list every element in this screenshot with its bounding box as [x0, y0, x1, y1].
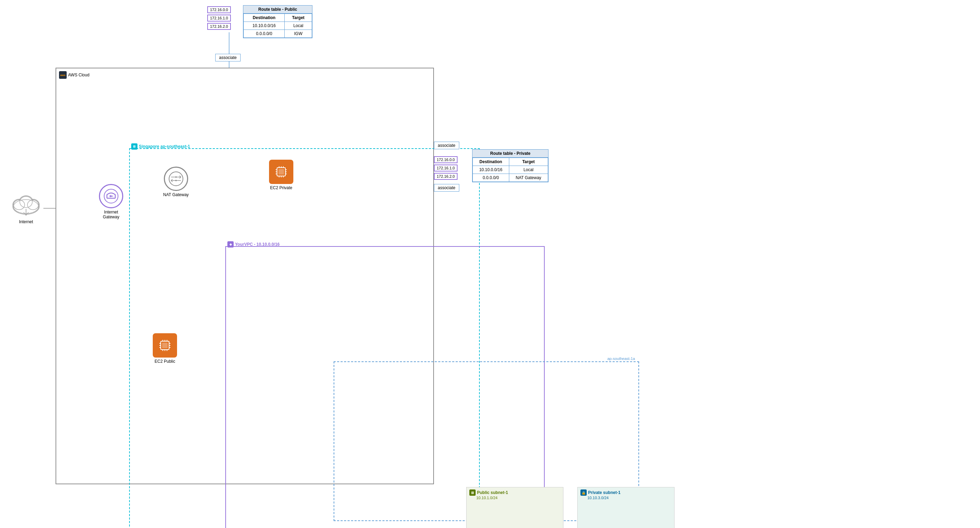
private-subnet-1-label: 🔒 Private subnet-1	[578, 487, 674, 496]
nat-label: NAT Gateway	[163, 192, 189, 197]
vpc-label: ◈ YourVPC - 10.10.0.0/16	[228, 241, 280, 248]
internet-icon: Internet	[10, 194, 42, 224]
associate-button-top-right[interactable]: associate	[434, 142, 459, 149]
svg-point-35	[169, 172, 183, 186]
rt-public-col-target: Target	[285, 14, 312, 22]
vpc-box: ◈ YourVPC - 10.10.0.0/16 ap-southeast-1a…	[225, 246, 545, 528]
aws-cloud-label: aws AWS Cloud	[59, 71, 89, 79]
ec2-public-icon: EC2 Public	[153, 333, 177, 364]
public-subnet-1-label: ⊞ Public subnet-1	[466, 487, 563, 496]
cidr-badge-top-1: 172.16.0.0	[207, 6, 231, 13]
table-row: 10.10.0.0/16 Local	[473, 166, 548, 174]
associate-button-top[interactable]: associate	[215, 54, 240, 62]
rt-private-col-target: Target	[509, 158, 548, 166]
aws-cloud-box: aws AWS Cloud ⊞ Singapore ap-southeast-1…	[56, 68, 434, 484]
region-icon: ⊞	[131, 143, 137, 149]
az-top-box: ap-southeast-1a ⊞ Public subnet-1 10.10.…	[334, 361, 639, 521]
cidr-badge-right-1: 172.16.0.0	[434, 156, 458, 163]
ec2-private-svg	[273, 164, 290, 180]
igw-label: Internet Gateway	[99, 210, 123, 219]
table-row: 10.10.0.0/16 Local	[244, 22, 312, 30]
ec2-private-box	[269, 160, 293, 184]
svg-point-39	[175, 180, 177, 181]
rt-private-dest-2: 0.0.0.0/0	[473, 174, 509, 182]
cloud-svg	[10, 194, 42, 217]
az-top-label: ap-southeast-1a	[608, 356, 635, 361]
rt-public-target-1: Local	[285, 22, 312, 30]
nat-svg	[169, 171, 184, 186]
ec2-private-icon: EC2 Private	[269, 160, 293, 190]
private-subnet-1-icon: 🔒	[581, 490, 587, 496]
nat-circle	[164, 167, 188, 191]
rt-public-dest-1: 10.10.0.0/16	[244, 22, 285, 30]
svg-rect-42	[278, 169, 284, 175]
private-subnet-1-cidr: 10.10.3.0/24	[578, 496, 674, 500]
ec2-private-label: EC2 Private	[269, 185, 293, 190]
ec2-public-label: EC2 Public	[153, 359, 177, 364]
singapore-region-label: ⊞ Singapore ap-southeast-1	[131, 143, 190, 149]
internet-label: Internet	[10, 219, 42, 224]
rt-private-col-dest: Destination	[473, 158, 509, 166]
nat-icon: NAT Gateway	[163, 167, 189, 197]
cidr-badge-right-3: 172.16.2.0	[434, 173, 458, 180]
rt-public-target-2: IGW	[285, 30, 312, 38]
rt-private-target-1: Local	[509, 166, 548, 174]
cidr-badge-top-3: 172.16.2.0	[207, 23, 231, 30]
diagram-container: Route table - Public Destination Target …	[0, 0, 980, 528]
associate-button-bottom-right[interactable]: associate	[434, 184, 459, 192]
public-subnet-1-cidr: 10.10.1.0/24	[466, 496, 563, 500]
igw-circle	[99, 184, 123, 208]
singapore-region-box: ⊞ Singapore ap-southeast-1 ◈ YourVPC - 1…	[129, 148, 480, 528]
ec2-public-box	[153, 333, 177, 358]
table-row: 0.0.0.0/0 IGW	[244, 30, 312, 38]
singapore-text: Singapore ap-southeast-1	[139, 144, 190, 149]
vpc-text: YourVPC - 10.10.0.0/16	[235, 242, 280, 247]
public-subnet-1: ⊞ Public subnet-1 10.10.1.0/24	[466, 487, 563, 528]
ec2-public-svg	[157, 337, 173, 354]
aws-cloud-text: AWS Cloud	[68, 73, 89, 78]
rt-public-col-dest: Destination	[244, 14, 285, 22]
public-subnet-1-icon: ⊞	[469, 490, 476, 496]
private-subnet-1-name: Private subnet-1	[588, 490, 620, 495]
table-row: 0.0.0.0/0 NAT Gateway	[473, 174, 548, 182]
vpc-icon: ◈	[228, 241, 234, 248]
cidr-badge-right-2: 172.16.1.0	[434, 165, 458, 172]
route-table-private: Route table - Private Destination Target…	[472, 149, 549, 182]
cidr-badge-top-2: 172.16.1.0	[207, 14, 231, 22]
svg-rect-57	[162, 343, 168, 348]
public-subnet-1-name: Public subnet-1	[477, 490, 508, 495]
route-table-public: Route table - Public Destination Target …	[243, 5, 312, 38]
svg-point-38	[175, 177, 177, 178]
private-subnet-1: 🔒 Private subnet-1 10.10.3.0/24	[577, 487, 675, 528]
rt-private-dest-1: 10.10.0.0/16	[473, 166, 509, 174]
route-table-public-title: Route table - Public	[243, 6, 312, 14]
igw-svg	[103, 189, 119, 204]
route-table-private-title: Route table - Private	[473, 149, 548, 157]
rt-private-target-2: NAT Gateway	[509, 174, 548, 182]
igw-icon: Internet Gateway	[99, 184, 123, 219]
aws-logo-icon: aws	[59, 71, 67, 79]
rt-public-dest-2: 0.0.0.0/0	[244, 30, 285, 38]
